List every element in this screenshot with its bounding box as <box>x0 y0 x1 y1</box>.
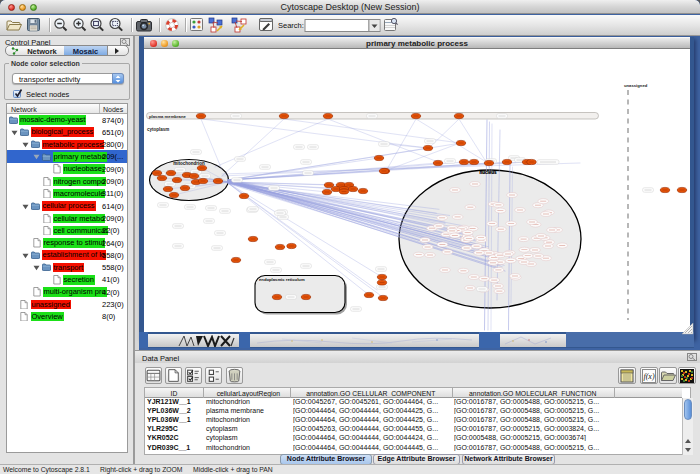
svg-text:endoplasmic reticulum: endoplasmic reticulum <box>259 277 305 282</box>
svg-text:nucleus: nucleus <box>479 170 497 175</box>
svg-text:cytoplasm: cytoplasm <box>147 127 169 132</box>
svg-text:f(x): f(x) <box>643 372 654 381</box>
svg-text:Search:: Search: <box>278 21 304 30</box>
svg-text:plasma membrane: plasma membrane <box>149 114 186 119</box>
svg-text:unassigned: unassigned <box>624 83 648 88</box>
